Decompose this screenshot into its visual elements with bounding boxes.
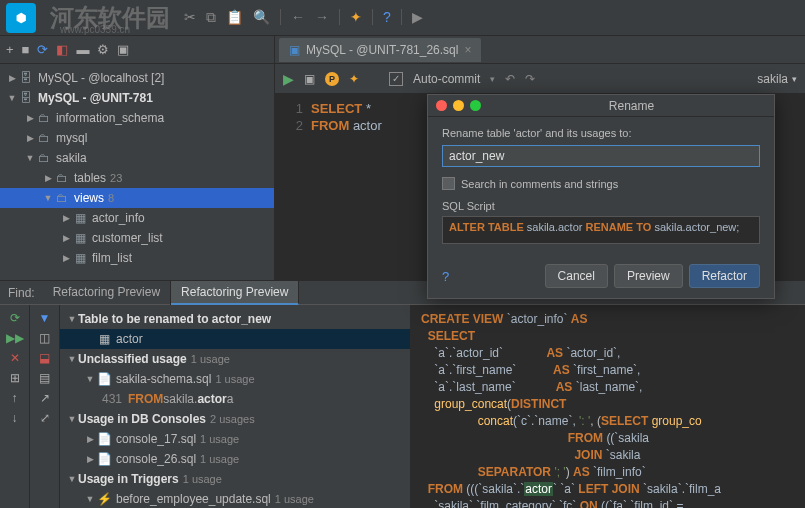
do-refactor-icon[interactable]: ▶▶ [6, 331, 24, 345]
tree-row[interactable]: ▼🗀views8 [0, 188, 274, 208]
prev-icon[interactable]: ↑ [12, 391, 18, 405]
node-icon: 🗀 [54, 171, 70, 185]
expand-arrow-icon[interactable]: ▶ [42, 173, 54, 183]
sql-script-preview[interactable]: ALTER TABLE sakila.actor RENAME TO sakil… [442, 216, 760, 244]
editor-tab[interactable]: ▣ MySQL - @UNIT-781_26.sql × [279, 38, 481, 62]
expand-arrow-icon[interactable]: ▶ [60, 233, 72, 243]
node-label: sakila [56, 151, 87, 165]
expand-arrow-icon[interactable]: ▼ [24, 153, 36, 163]
node-label: information_schema [56, 111, 164, 125]
cancel-button[interactable]: Cancel [545, 264, 608, 288]
usage-row[interactable]: ▦actor [60, 329, 410, 349]
expand-arrow-icon[interactable]: ▼ [42, 193, 54, 203]
script-label: SQL Script [442, 200, 760, 212]
usage-row[interactable]: ▼Usage in Triggers1 usage [60, 469, 410, 489]
database-tree[interactable]: ▶🗄MySQL - @localhost [2]▼🗄MySQL - @UNIT-… [0, 64, 274, 280]
code-preview[interactable]: CREATE VIEW `actor_info` AS SELECT `a`.`… [410, 305, 805, 508]
tree-row[interactable]: ▶🗀information_schema [0, 108, 274, 128]
help-icon[interactable]: ? [383, 9, 391, 26]
tree-row[interactable]: ▶🗀tables23 [0, 168, 274, 188]
tree-row[interactable]: ▶🗀mysql [0, 128, 274, 148]
expand-arrow-icon[interactable]: ▶ [60, 253, 72, 263]
usage-row[interactable]: ▼Unclassified usage1 usage [60, 349, 410, 369]
copy-icon[interactable]: ⧉ [206, 9, 216, 26]
minimize-window-icon[interactable] [453, 100, 464, 111]
node-icon: 🗀 [36, 151, 52, 165]
properties-icon[interactable]: ⚙ [97, 42, 109, 57]
forward-icon[interactable]: → [315, 9, 329, 26]
node-label: MySQL - @UNIT-781 [38, 91, 153, 105]
rerun-icon[interactable]: ⟳ [10, 311, 20, 325]
tree-row[interactable]: ▼🗀sakila [0, 148, 274, 168]
usage-row[interactable]: ▶📄console_26.sql1 usage [60, 449, 410, 469]
usage-row[interactable]: ▼⚡before_employee_update.sql1 usage [60, 489, 410, 508]
expand-arrow-icon[interactable]: ▶ [6, 73, 18, 83]
expand-arrow-icon[interactable]: ▶ [60, 213, 72, 223]
expand-arrow-icon[interactable]: ▶ [24, 133, 36, 143]
dialog-titlebar: Rename [428, 95, 774, 117]
tree-row[interactable]: ▶🗄MySQL - @localhost [2] [0, 68, 274, 88]
usage-row[interactable]: ▼Table to be renamed to actor_new [60, 309, 410, 329]
export-icon[interactable]: ↗ [40, 391, 50, 405]
tree-row[interactable]: ▶▦customer_list [0, 228, 274, 248]
schema-selector[interactable]: sakila ▾ [757, 72, 797, 86]
add-icon[interactable]: + [6, 42, 14, 57]
mysql-icon: ▣ [289, 43, 300, 57]
run-icon[interactable]: ▶ [412, 9, 423, 26]
rename-dialog: Rename Rename table 'actor' and its usag… [427, 94, 775, 299]
usage-row[interactable]: ▼Usage in DB Consoles2 usages [60, 409, 410, 429]
usage-tree[interactable]: ▼Table to be renamed to actor_new▦actor▼… [60, 305, 410, 508]
search-comments-checkbox[interactable]: Search in comments and strings [442, 177, 760, 190]
find-tab[interactable]: Refactoring Preview [171, 281, 299, 305]
refresh-icon[interactable]: ⟳ [37, 42, 48, 57]
zoom-window-icon[interactable] [470, 100, 481, 111]
node-icon: ▦ [72, 231, 88, 245]
usage-row[interactable]: 431FROM sakila.actor a [60, 389, 410, 409]
next-icon[interactable]: ↓ [12, 411, 18, 425]
close-tab-icon[interactable]: × [464, 43, 471, 57]
console-icon[interactable]: ▣ [117, 42, 129, 57]
autocommit-checkbox[interactable] [389, 72, 403, 86]
tree-row[interactable]: ▶▦film_list [0, 248, 274, 268]
tree-row[interactable]: ▼🗄MySQL - @UNIT-781 [0, 88, 274, 108]
pending-icon[interactable]: P [325, 72, 339, 86]
settings-icon[interactable]: ✦ [349, 72, 359, 86]
group-icon[interactable]: ◫ [39, 331, 50, 345]
cut-icon[interactable]: ✂ [184, 9, 196, 26]
execute-plan-icon[interactable]: ▣ [304, 72, 315, 86]
preview-icon[interactable]: ▤ [39, 371, 50, 385]
expand-arrow-icon[interactable]: ▼ [6, 93, 18, 103]
expand-icon[interactable]: ⊞ [10, 371, 20, 385]
undo-icon[interactable]: ↶ [505, 72, 515, 86]
search-icon[interactable]: 🔍 [253, 9, 270, 26]
paste-icon[interactable]: 📋 [226, 9, 243, 26]
close-window-icon[interactable] [436, 100, 447, 111]
window-controls [428, 100, 489, 111]
refactor-button[interactable]: Refactor [689, 264, 760, 288]
usage-toolbar-left: ⟳ ▶▶ ✕ ⊞ ↑ ↓ [0, 305, 30, 508]
expand-arrow-icon[interactable]: ▶ [24, 113, 36, 123]
node-icon: 🗀 [54, 191, 70, 205]
tree-row[interactable]: ▶▦actor_info [0, 208, 274, 228]
rename-input[interactable] [442, 145, 760, 167]
main-toolbar: ✂ ⧉ 📋 🔍 ← → ✦ ? ▶ [184, 9, 423, 26]
filter-icon[interactable]: ▼ [39, 311, 51, 325]
chevron-down-icon[interactable]: ▾ [490, 74, 495, 84]
dialog-title: Rename [489, 99, 774, 113]
settings-icon[interactable]: ✦ [350, 9, 362, 26]
stop-icon[interactable]: ■ [22, 42, 30, 57]
filter-icon[interactable]: ◧ [56, 42, 68, 57]
redo-icon[interactable]: ↷ [525, 72, 535, 86]
execute-icon[interactable]: ▶ [283, 71, 294, 87]
cancel-icon[interactable]: ✕ [10, 351, 20, 365]
find-tab[interactable]: Refactoring Preview [43, 281, 171, 305]
usage-row[interactable]: ▶📄console_17.sql1 usage [60, 429, 410, 449]
collapse-icon[interactable]: ▬ [76, 42, 89, 57]
usage-row[interactable]: ▼📄sakila-schema.sql1 usage [60, 369, 410, 389]
back-icon[interactable]: ← [291, 9, 305, 26]
help-icon[interactable]: ? [442, 269, 449, 284]
sort-icon[interactable]: ⬓ [39, 351, 50, 365]
pin-icon[interactable]: ⤢ [40, 411, 50, 425]
preview-button[interactable]: Preview [614, 264, 683, 288]
database-tool-window: + ■ ⟳ ◧ ▬ ⚙ ▣ ▶🗄MySQL - @localhost [2]▼🗄… [0, 36, 275, 280]
